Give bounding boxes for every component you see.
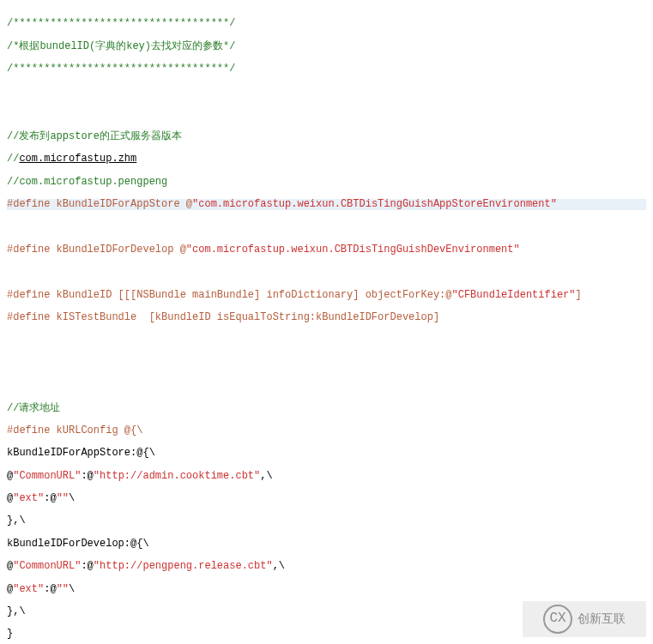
comment: //com.microfastup.pengpeng (7, 176, 167, 188)
string: "CFBundleIdentifier" (451, 289, 575, 301)
key: "ext" (13, 583, 44, 595)
key: "ext" (13, 492, 44, 504)
logo-icon: CX (543, 605, 572, 634)
watermark-logo: CX 创新互联 (523, 601, 646, 637)
key: "CommonURL" (13, 470, 81, 482)
logo-text: 创新互联 (577, 612, 626, 625)
code-block: /***********************************/ /*… (7, 7, 646, 644)
string: "com.microfastup.weixun.CBTDisTingGuishA… (192, 198, 557, 210)
define: #define kISTestBundle [kBundleID isEqual… (7, 311, 439, 323)
comment: // (7, 153, 19, 165)
value: "http://pengpeng.release.cbt" (94, 560, 273, 572)
comma: ,\ (260, 470, 272, 482)
value: "http://admin.cooktime.cbt" (94, 470, 260, 482)
text: kBundleIDForAppStore:@{\ (7, 447, 155, 459)
comment: /***********************************/ (7, 63, 235, 75)
brace: } (7, 628, 13, 640)
colon: :@ (44, 492, 56, 504)
value: "" (57, 492, 69, 504)
define: #define kURLConfig @{\ (7, 424, 142, 436)
define: #define kBundleIDForAppStore @ (7, 198, 192, 210)
colon: :@ (81, 470, 93, 482)
text: kBundleIDForDevelop:@{\ (7, 538, 149, 550)
comment: //发布到appstore的正式服务器版本 (7, 130, 182, 142)
colon: :@ (44, 583, 56, 595)
colon: :@ (81, 560, 93, 572)
text: ] (576, 289, 582, 301)
comment: /*根据bundelID(字典的key)去找对应的参数*/ (7, 40, 235, 52)
string: "com.microfastup.weixun.CBTDisTingGuishD… (186, 244, 520, 256)
value: "" (57, 583, 69, 595)
bslash: \ (69, 583, 75, 595)
comment: /***********************************/ (7, 17, 235, 29)
brace: },\ (7, 515, 26, 527)
comma: ,\ (273, 560, 285, 572)
comment: //请求地址 (7, 402, 60, 414)
key: "CommonURL" (13, 560, 81, 572)
define: #define kBundleID [[[NSBundle mainBundle… (7, 289, 451, 301)
bslash: \ (69, 492, 75, 504)
bundle-link[interactable]: com.microfastup.zhm (19, 153, 136, 165)
define: #define kBundleIDForDevelop @ (7, 244, 186, 256)
brace: },\ (7, 605, 26, 617)
